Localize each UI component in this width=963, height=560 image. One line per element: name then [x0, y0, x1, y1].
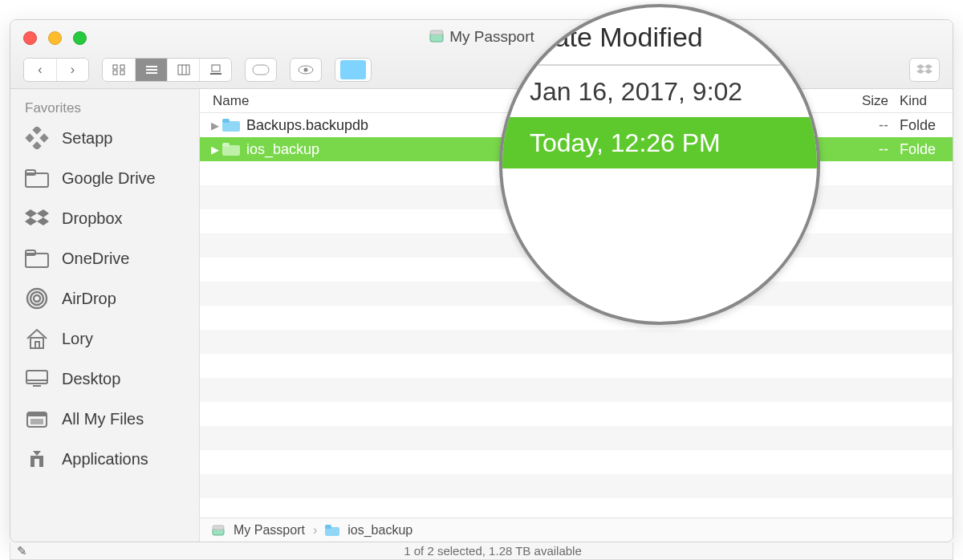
file-name: Backups.backupdb — [242, 117, 368, 134]
svg-rect-54 — [325, 525, 331, 529]
sidebar-item-airdrop[interactable]: AirDrop — [10, 278, 199, 319]
sidebar-item-onedrive[interactable]: OneDrive — [10, 238, 199, 278]
disclosure-triangle-icon[interactable]: ▶ — [209, 144, 221, 156]
sidebar-item-all-my-files[interactable]: All My Files — [10, 399, 199, 439]
empty-row — [200, 450, 953, 474]
sidebar-item-lory[interactable]: Lory — [10, 319, 199, 359]
empty-row — [200, 306, 953, 330]
dropbox-icon — [23, 206, 51, 230]
column-kind[interactable]: Kind — [900, 93, 953, 109]
airdrop-icon — [23, 286, 51, 310]
disclosure-triangle-icon[interactable]: ▶ — [209, 120, 221, 132]
view-switcher — [102, 58, 232, 82]
back-button[interactable]: ‹ — [24, 59, 56, 81]
svg-rect-2 — [113, 65, 117, 69]
svg-rect-42 — [27, 412, 47, 416]
svg-rect-21 — [32, 127, 41, 135]
empty-row — [200, 402, 953, 426]
sidebar-item-label: Dropbox — [62, 209, 123, 228]
svg-rect-24 — [32, 141, 41, 149]
toolbar: ‹ › — [23, 58, 940, 82]
svg-rect-36 — [30, 338, 43, 348]
svg-marker-19 — [916, 69, 924, 74]
svg-point-16 — [304, 68, 308, 72]
svg-rect-12 — [212, 65, 220, 71]
disk-icon — [429, 28, 445, 44]
sidebar-item-label: Lory — [62, 330, 93, 348]
path-leaf[interactable]: ios_backup — [347, 523, 412, 538]
file-size: -- — [832, 141, 900, 158]
window-title: My Passport — [10, 28, 953, 46]
sidebar-item-google-drive[interactable]: Google Drive — [10, 158, 199, 198]
status-text: 1 of 2 selected, 1.28 TB available — [33, 544, 953, 558]
setapp-icon — [23, 126, 51, 150]
empty-row — [200, 330, 953, 354]
file-kind: Folde — [900, 117, 953, 134]
svg-rect-22 — [25, 133, 34, 142]
svg-rect-5 — [120, 71, 124, 75]
empty-row — [200, 426, 953, 450]
svg-rect-52 — [213, 526, 224, 530]
file-kind: Folde — [900, 141, 953, 158]
svg-rect-43 — [30, 419, 43, 424]
quicklook-button[interactable] — [290, 58, 322, 82]
svg-marker-20 — [924, 69, 933, 74]
sidebar-item-applications[interactable]: Applications — [10, 439, 199, 479]
svg-marker-29 — [25, 217, 37, 225]
column-size[interactable]: Size — [832, 93, 900, 109]
folder-icon — [325, 525, 339, 536]
svg-rect-40 — [33, 385, 41, 387]
svg-rect-48 — [222, 119, 230, 123]
view-icon-grid-button[interactable] — [103, 59, 135, 81]
path-root[interactable]: My Passport — [234, 523, 305, 538]
svg-rect-37 — [35, 342, 39, 348]
svg-rect-50 — [222, 143, 230, 147]
folder-icon — [23, 166, 51, 190]
view-gallery-button[interactable] — [199, 59, 231, 81]
svg-marker-28 — [37, 209, 49, 217]
apps-icon — [23, 447, 51, 471]
home-icon — [23, 327, 51, 351]
disk-icon — [211, 523, 226, 538]
desktop-icon — [23, 367, 51, 391]
edit-icon[interactable]: ✎ — [10, 544, 33, 558]
favorites-heading: Favorites — [10, 95, 199, 118]
view-columns-button[interactable] — [167, 59, 199, 81]
new-folder-button[interactable] — [335, 58, 372, 82]
titlebar: My Passport ‹ › — [10, 20, 953, 89]
sidebar-item-label: OneDrive — [62, 250, 129, 268]
sidebar-item-desktop[interactable]: Desktop — [10, 359, 199, 399]
svg-rect-46 — [30, 456, 43, 459]
sidebar-item-label: Desktop — [62, 370, 120, 388]
folder-icon — [221, 119, 242, 132]
dropbox-toolbar-icon[interactable] — [909, 58, 940, 82]
path-bar: My Passport › ios_backup — [200, 517, 953, 542]
empty-row — [200, 354, 953, 378]
folder-icon — [221, 143, 242, 156]
magnifier-overlay: Date Modified Jan 16, 2017, 9:02 Today, … — [499, 4, 820, 325]
svg-rect-3 — [120, 65, 124, 69]
status-bar: ✎ 1 of 2 selected, 1.28 TB available — [10, 542, 953, 560]
svg-marker-27 — [25, 209, 37, 217]
magnifier-row-2: Today, 12:26 PM — [502, 117, 817, 168]
forward-button[interactable]: › — [56, 59, 88, 81]
sidebar-item-label: Google Drive — [62, 169, 156, 188]
folder-icon — [23, 246, 51, 270]
file-name: ios_backup — [242, 141, 319, 158]
empty-row — [200, 378, 953, 402]
sidebar-item-label: Setapp — [62, 129, 112, 148]
window-title-text: My Passport — [449, 28, 534, 45]
nav-back-forward: ‹ › — [23, 58, 89, 82]
svg-marker-30 — [37, 217, 49, 225]
empty-row — [200, 474, 953, 498]
svg-rect-38 — [26, 371, 47, 383]
allfiles-icon — [23, 407, 51, 431]
sidebar-item-label: AirDrop — [62, 290, 116, 308]
svg-point-34 — [30, 292, 43, 305]
view-list-button[interactable] — [135, 59, 167, 81]
tag-button[interactable] — [245, 58, 277, 82]
sidebar-item-dropbox[interactable]: Dropbox — [10, 198, 199, 238]
svg-rect-4 — [113, 71, 117, 75]
sidebar-item-setapp[interactable]: Setapp — [10, 118, 199, 158]
path-separator: › — [313, 523, 317, 538]
